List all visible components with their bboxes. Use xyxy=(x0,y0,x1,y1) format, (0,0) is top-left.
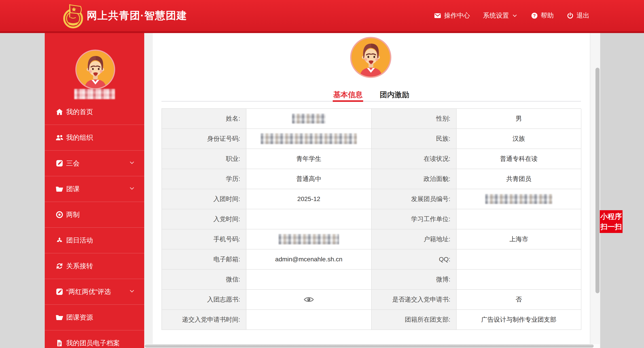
sidebar-item-relationship-transfer[interactable]: 关系接转 xyxy=(45,253,144,279)
field-label-ethnicity: 民族: xyxy=(372,129,456,149)
redacted-value-blur xyxy=(292,114,326,124)
users-icon xyxy=(55,133,64,142)
sidebar-menu: 我的首页 我的组织 三会 团课 xyxy=(45,99,144,348)
sidebar-user-avatar xyxy=(75,50,115,89)
field-value-qq xyxy=(456,249,582,270)
field-label-join-league-date: 入团时间: xyxy=(162,189,246,209)
redacted-value-blur xyxy=(278,234,339,244)
field-value-political-status: 共青团员 xyxy=(456,169,582,189)
nav-label: 操作中心 xyxy=(444,11,470,20)
field-value-weibo xyxy=(456,270,582,290)
field-value-gender: 男 xyxy=(456,109,582,129)
sidebar-item-label: 团课 xyxy=(66,184,126,194)
sidebar-item-two-red-two-excellent[interactable]: “两红两优”评选 xyxy=(45,279,144,305)
horizontal-scrollbar-track[interactable] xyxy=(144,344,600,348)
nav-help[interactable]: ? 帮助 xyxy=(531,11,554,20)
mini-program-scan-badge[interactable]: 小程序 扫一扫 xyxy=(600,210,622,233)
nav-logout[interactable]: 退出 xyxy=(567,11,590,20)
league-emblem-logo xyxy=(60,3,86,29)
field-value-name xyxy=(246,109,372,129)
sidebar-item-three-meetings[interactable]: 三会 xyxy=(45,151,144,176)
field-label-qq: QQ: xyxy=(372,249,456,270)
vertical-scrollbar-track[interactable] xyxy=(590,33,600,348)
field-label-gender: 性别: xyxy=(372,109,456,129)
field-label-household-address: 户籍地址: xyxy=(372,229,456,249)
field-label-league-application: 入团志愿书: xyxy=(162,290,246,310)
sidebar-item-organization[interactable]: 我的组织 xyxy=(45,125,144,151)
tab-league-incentives[interactable]: 团内激励 xyxy=(380,89,409,101)
envelope-icon xyxy=(434,12,442,19)
sidebar-item-label: 我的组织 xyxy=(66,133,135,142)
field-value-email: admin@mcenahle.sh.cn xyxy=(246,249,372,270)
nav-label: 帮助 xyxy=(541,11,554,20)
profile-avatar xyxy=(350,37,391,78)
field-label-occupation: 职业: xyxy=(162,149,246,169)
field-value-household-address: 上海市 xyxy=(456,229,582,249)
sidebar-item-label: 团日活动 xyxy=(66,236,135,245)
vertical-scrollbar-thumb[interactable] xyxy=(596,68,600,293)
nav-label: 退出 xyxy=(576,11,590,20)
field-value-league-application xyxy=(246,290,372,310)
file-icon xyxy=(55,339,64,348)
left-gutter xyxy=(0,33,45,348)
sidebar-item-home[interactable]: 我的首页 xyxy=(45,99,144,125)
redacted-value-blur xyxy=(485,194,552,204)
field-value-join-party-date xyxy=(246,209,372,229)
app-title: 网上共青团·智慧团建 xyxy=(87,0,187,31)
exchange-icon xyxy=(55,262,64,271)
sidebar-item-league-class-resources[interactable]: 团课资源 xyxy=(45,305,144,330)
field-value-ethnicity: 汉族 xyxy=(456,129,582,149)
tabs-divider xyxy=(162,101,581,102)
eye-icon[interactable] xyxy=(304,296,314,303)
field-label-party-application-date: 递交入党申请书时间: xyxy=(162,310,246,330)
field-value-party-application-date xyxy=(246,310,372,330)
user-name-redacted xyxy=(74,89,115,99)
field-label-id-number: 身份证号码: xyxy=(162,129,246,149)
sidebar: 我的首页 我的组织 三会 团课 xyxy=(45,33,144,348)
field-value-id-number xyxy=(246,129,372,149)
header-nav: 操作中心 系统设置 ? 帮助 退出 xyxy=(434,0,590,31)
field-label-political-status: 政治面貌: xyxy=(372,169,456,189)
horizontal-scrollbar-thumb[interactable] xyxy=(145,345,594,348)
badge-line: 小程序 xyxy=(600,211,622,222)
folder-open-icon xyxy=(55,313,64,322)
nav-label: 系统设置 xyxy=(483,11,509,20)
field-value-party-application-submitted: 否 xyxy=(456,290,582,310)
sidebar-item-league-day-activities[interactable]: 团日活动 xyxy=(45,228,144,253)
field-label-study-status: 在读状况: xyxy=(372,149,456,169)
sidebar-item-electronic-archive[interactable]: 我的团员电子档案 xyxy=(45,330,144,348)
field-value-member-number xyxy=(456,189,582,209)
sidebar-item-label: 团课资源 xyxy=(66,313,135,322)
chevron-down-icon xyxy=(128,288,135,296)
chevron-down-icon xyxy=(128,159,135,168)
chevron-down-icon xyxy=(128,185,135,193)
field-label-member-number: 发展团员编号: xyxy=(372,189,456,209)
field-value-education: 普通高中 xyxy=(246,169,372,189)
sidebar-item-label: “两红两优”评选 xyxy=(66,287,126,296)
folder-open-icon xyxy=(55,184,64,193)
profile-card: 基本信息 团内激励 姓名: 性别: 男 身份证号码: 民族: 汉族 职业: 青年… xyxy=(153,33,590,348)
field-value-join-league-date: 2025-12 xyxy=(246,189,372,209)
field-label-name: 姓名: xyxy=(162,109,246,129)
tab-basic-info[interactable]: 基本信息 xyxy=(333,89,363,101)
sidebar-item-label: 三会 xyxy=(66,159,126,168)
pencil-square-icon xyxy=(55,159,64,168)
chevron-down-icon xyxy=(512,12,518,19)
field-label-work-unit: 学习工作单位: xyxy=(372,209,456,229)
home-icon xyxy=(55,107,64,116)
sidebar-item-label: 两制 xyxy=(66,210,135,219)
field-label-email: 电子邮箱: xyxy=(162,249,246,270)
sidebar-item-league-class[interactable]: 团课 xyxy=(45,176,144,202)
member-info-table: 姓名: 性别: 男 身份证号码: 民族: 汉族 职业: 青年学生 在读状况: 普… xyxy=(162,108,581,330)
nav-system-settings[interactable]: 系统设置 xyxy=(483,11,518,20)
recycle-icon xyxy=(55,236,64,245)
sidebar-item-label: 关系接转 xyxy=(66,262,135,271)
sidebar-item-two-systems[interactable]: 两制 xyxy=(45,202,144,228)
field-value-wechat xyxy=(246,270,372,290)
field-label-wechat: 微信: xyxy=(162,270,246,290)
pencil-square-icon xyxy=(55,287,64,296)
field-label-party-application-submitted: 是否递交入党申请书: xyxy=(372,290,456,310)
nav-operation-center[interactable]: 操作中心 xyxy=(434,11,470,20)
sidebar-item-label: 我的首页 xyxy=(66,107,135,117)
field-label-weibo: 微博: xyxy=(372,270,456,290)
